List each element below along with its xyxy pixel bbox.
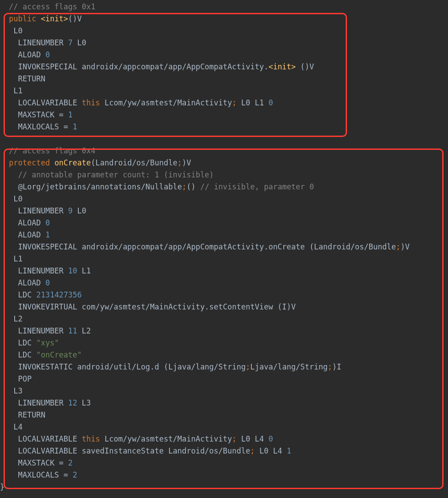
opcode: ALOAD	[18, 50, 45, 59]
comment: // access flags 0x1	[9, 2, 95, 11]
opcode: INVOKESPECIAL androidx/appcompat/app/App…	[18, 62, 268, 71]
label: L0	[13, 194, 22, 203]
code-block: // access flags 0x1 public <init>()V L0 …	[0, 1, 448, 493]
comment: // annotable parameter count: 1 (invisib…	[18, 170, 214, 179]
opcode: LOCALVARIABLE	[18, 98, 81, 107]
number: 0	[45, 50, 50, 59]
opcode: RETURN	[18, 74, 45, 83]
method-name: onCreate	[54, 158, 91, 167]
number: 7	[68, 38, 73, 47]
label: L0	[13, 26, 22, 35]
label: L1	[13, 86, 22, 95]
keyword-protected: protected	[9, 158, 50, 167]
label: L4	[13, 422, 22, 431]
code-canvas: // access flags 0x1 public <init>()V L0 …	[0, 0, 448, 498]
label: L3	[13, 386, 22, 395]
decl-suffix: ()V	[68, 14, 82, 23]
opcode: LINENUMBER	[18, 38, 68, 47]
comment: // access flags 0x4	[9, 146, 95, 155]
method-name: <init>	[41, 14, 68, 23]
label: L1	[13, 254, 22, 263]
label: L2	[13, 314, 22, 323]
keyword-public: public	[9, 14, 36, 23]
